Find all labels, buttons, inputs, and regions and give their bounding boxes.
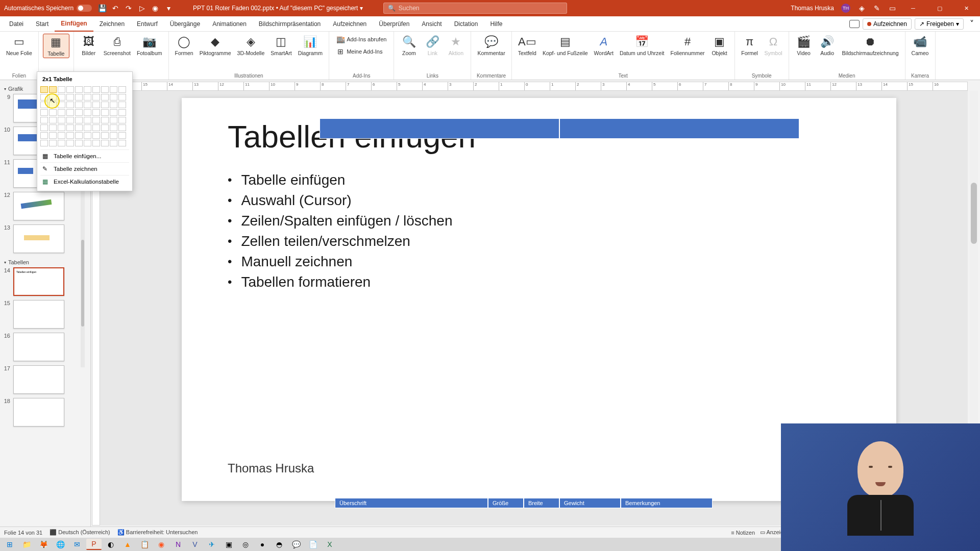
aktion-button[interactable]: ★Aktion — [445, 34, 467, 57]
powerpoint-icon[interactable]: P — [86, 539, 102, 550]
grid-cell[interactable] — [101, 117, 109, 123]
grid-cell[interactable] — [101, 124, 109, 131]
grid-cell[interactable] — [84, 109, 91, 116]
tab-zeichnen[interactable]: Zeichnen — [93, 16, 131, 32]
grid-cell[interactable] — [101, 109, 109, 116]
tab-animationen[interactable]: Animationen — [206, 16, 253, 32]
undo-icon[interactable]: ↶ — [111, 4, 119, 12]
toggle-switch[interactable] — [77, 5, 92, 12]
grid-cell[interactable] — [49, 132, 57, 139]
tab-aufzeichnen[interactable]: Aufzeichnen — [327, 16, 373, 32]
vlc-icon[interactable]: ▲ — [120, 539, 135, 550]
kommentar-button[interactable]: 💬Kommentar — [475, 34, 507, 57]
cameo-button[interactable]: 📹Cameo — [910, 34, 931, 57]
grid-cell[interactable] — [75, 117, 83, 123]
diagramm-button[interactable]: 📊Diagramm — [296, 34, 325, 57]
grid-cell[interactable] — [101, 102, 109, 108]
grid-cell[interactable] — [84, 132, 91, 139]
coming-soon-icon[interactable]: ◈ — [857, 4, 866, 12]
table-preview[interactable] — [320, 118, 799, 139]
grid-cell[interactable] — [92, 102, 100, 108]
app-icon-6[interactable]: ● — [255, 539, 270, 550]
grid-cell[interactable] — [101, 140, 109, 146]
start-button[interactable]: ⊞ — [2, 539, 17, 550]
slide-thumb-15[interactable]: 15 — [3, 300, 87, 329]
slideshow-start-icon[interactable]: ▷ — [138, 4, 146, 12]
insert-table-item[interactable]: ▦Tabelle einfügen... — [40, 149, 129, 162]
3dmodelle-button[interactable]: ◈3D-Modelle — [235, 34, 267, 57]
grid-cell[interactable] — [110, 140, 117, 146]
tabelle-button[interactable]: ▦Tabelle — [43, 34, 69, 58]
grid-cell[interactable] — [75, 124, 83, 131]
grid-cell[interactable] — [58, 109, 65, 116]
tab-datei[interactable]: Datei — [3, 16, 30, 32]
app-icon-9[interactable]: 📄 — [305, 539, 321, 550]
notizen-button[interactable]: ≡ Notizen — [731, 530, 755, 536]
grid-cell[interactable] — [92, 132, 100, 139]
user-avatar[interactable]: TH — [841, 4, 850, 13]
grid-cell[interactable] — [75, 102, 83, 108]
grid-cell[interactable] — [75, 140, 83, 146]
audio-button[interactable]: 🔊Audio — [817, 34, 838, 57]
excel-icon[interactable]: X — [322, 539, 337, 550]
neue-folie-button[interactable]: ▭Neue Folie — [4, 34, 34, 57]
grid-cell[interactable] — [75, 94, 83, 101]
formel-button[interactable]: πFormel — [739, 34, 761, 57]
grid-cell[interactable] — [66, 124, 74, 131]
grid-cell[interactable] — [49, 124, 57, 131]
grid-cell[interactable] — [58, 132, 65, 139]
grid-cell[interactable] — [66, 117, 74, 123]
grid-cell[interactable] — [84, 94, 91, 101]
tab-ueberpruefen[interactable]: Überprüfen — [373, 16, 415, 32]
fotoalbum-button[interactable]: 📷Fotoalbum — [135, 34, 164, 57]
bildschirm-button[interactable]: ⏺Bildschirmaufzeichnung — [840, 34, 901, 57]
search-box[interactable]: 🔍 — [383, 3, 567, 14]
draw-table-item[interactable]: ✎Tabelle zeichnen — [40, 162, 129, 175]
piktogramme-button[interactable]: ◆Piktogramme — [198, 34, 233, 57]
grid-cell[interactable] — [40, 124, 48, 131]
meine-addins-button[interactable]: ⊞Meine Add-Ins — [333, 46, 389, 57]
grid-cell[interactable] — [66, 140, 74, 146]
smartart-button[interactable]: ◫SmartArt — [268, 34, 293, 57]
tab-hilfe[interactable]: Hilfe — [484, 16, 508, 32]
tab-start[interactable]: Start — [30, 16, 55, 32]
grid-cell[interactable] — [92, 140, 100, 146]
addins-abrufen-button[interactable]: 🏬Add-Ins abrufen — [333, 34, 389, 45]
app-icon-5[interactable]: ◎ — [238, 539, 253, 550]
grid-cell[interactable] — [101, 86, 109, 93]
comments-icon[interactable] — [849, 20, 860, 28]
section-tabellen[interactable]: Tabellen — [3, 257, 87, 267]
grid-cell[interactable] — [92, 86, 100, 93]
slide-thumb-14[interactable]: 14Tabellen einfügen — [3, 267, 87, 296]
slide-thumb-17[interactable]: 17 — [3, 365, 87, 394]
grid-cell[interactable] — [101, 132, 109, 139]
app-icon-8[interactable]: 💬 — [288, 539, 304, 550]
tab-uebergaenge[interactable]: Übergänge — [164, 16, 206, 32]
search-input[interactable] — [399, 5, 562, 12]
table-grid-picker[interactable] — [40, 85, 129, 149]
share-button[interactable]: ↗Freigeben▾ — [915, 18, 964, 30]
link-button[interactable]: 🔗Link — [422, 34, 443, 57]
grid-cell[interactable] — [110, 109, 117, 116]
grid-cell[interactable] — [118, 86, 126, 93]
grid-cell[interactable] — [66, 102, 74, 108]
screenshot-button[interactable]: ⎙Screenshot — [102, 34, 133, 57]
grid-cell[interactable] — [49, 109, 57, 116]
grid-cell[interactable] — [75, 109, 83, 116]
grid-cell[interactable] — [75, 86, 83, 93]
bilder-button[interactable]: 🖼Bilder — [78, 34, 100, 57]
symbol-button[interactable]: ΩSymbol — [763, 34, 785, 57]
grid-cell[interactable] — [118, 140, 126, 146]
slide-bullets[interactable]: Tabelle einfügen Auswahl (Cursor) Zeilen… — [228, 170, 850, 292]
tab-bildschirmpraesentation[interactable]: Bildschirmpräsentation — [253, 16, 327, 32]
datum-button[interactable]: 📅Datum und Uhrzeit — [618, 34, 667, 57]
formen-button[interactable]: ◯Formen — [173, 34, 195, 57]
grid-cell[interactable] — [118, 102, 126, 108]
chrome-icon[interactable]: 🌐 — [53, 539, 68, 550]
slide-counter[interactable]: Folie 14 von 31 — [4, 530, 42, 536]
collapse-ribbon-icon[interactable]: ˅ — [967, 19, 977, 29]
maximize-button[interactable]: ▢ — [930, 0, 949, 16]
grid-cell[interactable] — [58, 140, 65, 146]
grid-cell[interactable] — [118, 132, 126, 139]
grid-cell[interactable] — [92, 124, 100, 131]
